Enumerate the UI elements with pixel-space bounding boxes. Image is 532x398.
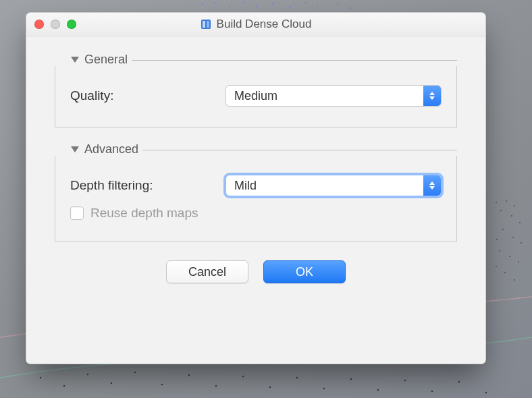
- svg-point-35: [242, 376, 244, 377]
- svg-point-6: [290, 7, 291, 8]
- app-icon: [201, 19, 211, 30]
- section-general-title: General: [84, 53, 128, 67]
- close-window-button[interactable]: [34, 20, 44, 29]
- svg-point-21: [499, 250, 500, 252]
- svg-rect-47: [207, 21, 209, 28]
- svg-point-42: [431, 391, 433, 392]
- svg-point-41: [404, 380, 406, 381]
- svg-point-7: [304, 2, 306, 3]
- svg-point-28: [63, 385, 65, 387]
- svg-point-18: [496, 239, 498, 240]
- svg-point-44: [485, 392, 487, 393]
- zoom-window-button[interactable]: [67, 20, 76, 29]
- quality-value: Medium: [234, 89, 423, 103]
- svg-point-22: [509, 256, 510, 257]
- section-general-header[interactable]: General: [71, 53, 457, 67]
- disclosure-triangle-icon: [71, 146, 79, 152]
- svg-point-10: [350, 7, 352, 9]
- minimize-window-button: [51, 20, 60, 29]
- depth-filtering-label: Depth filtering:: [70, 178, 225, 193]
- reuse-depth-maps-checkbox[interactable]: [70, 206, 84, 220]
- window-controls: [34, 20, 76, 29]
- svg-point-30: [111, 382, 112, 384]
- svg-point-4: [256, 5, 257, 7]
- window-title: Build Dense Cloud: [217, 18, 312, 31]
- dialog-footer: Cancel OK: [55, 260, 457, 283]
- chevron-up-down-icon: [423, 175, 441, 196]
- svg-point-34: [215, 385, 217, 387]
- svg-point-14: [511, 215, 512, 217]
- cancel-button[interactable]: Cancel: [166, 260, 248, 283]
- svg-point-39: [350, 378, 352, 380]
- depth-filtering-select[interactable]: Mild: [225, 175, 442, 196]
- svg-point-15: [514, 205, 515, 206]
- svg-point-17: [502, 229, 504, 230]
- svg-rect-46: [203, 21, 205, 28]
- section-general: General Quality: Medium: [55, 53, 457, 127]
- svg-point-1: [214, 2, 215, 3]
- svg-point-29: [87, 374, 88, 375]
- svg-point-40: [377, 389, 379, 391]
- section-advanced-title: Advanced: [84, 142, 138, 157]
- svg-point-11: [496, 202, 497, 203]
- svg-point-19: [512, 237, 514, 238]
- svg-point-25: [504, 272, 506, 273]
- svg-point-38: [323, 388, 325, 389]
- section-advanced: Advanced Depth filtering: Mild Reuse dep…: [55, 142, 457, 241]
- svg-point-37: [296, 377, 298, 378]
- reuse-depth-maps-label: Reuse depth maps: [90, 206, 442, 221]
- section-advanced-header[interactable]: Advanced: [71, 142, 457, 157]
- svg-point-36: [269, 387, 271, 388]
- svg-point-26: [514, 279, 515, 281]
- svg-point-24: [496, 266, 497, 267]
- svg-point-32: [161, 384, 163, 385]
- svg-point-0: [202, 3, 203, 5]
- chevron-up-down-icon: [423, 86, 441, 106]
- svg-point-20: [521, 242, 522, 244]
- svg-point-12: [500, 210, 502, 211]
- svg-point-2: [229, 6, 230, 7]
- svg-point-8: [317, 5, 318, 6]
- svg-point-16: [519, 222, 521, 223]
- svg-point-27: [40, 377, 41, 378]
- svg-point-13: [506, 200, 507, 202]
- quality-label: Quality:: [70, 88, 225, 103]
- ok-button[interactable]: OK: [263, 260, 346, 283]
- svg-point-33: [188, 374, 190, 376]
- disclosure-triangle-icon: [71, 57, 79, 63]
- svg-point-23: [518, 261, 519, 262]
- titlebar: Build Dense Cloud: [26, 13, 485, 36]
- svg-point-3: [244, 1, 245, 3]
- depth-filtering-value: Mild: [234, 179, 423, 193]
- svg-point-5: [272, 3, 273, 4]
- svg-point-43: [458, 381, 460, 382]
- quality-select[interactable]: Medium: [225, 85, 442, 107]
- svg-point-9: [337, 3, 338, 5]
- svg-point-31: [134, 372, 136, 373]
- build-dense-cloud-dialog: Build Dense Cloud General Quality: Mediu…: [26, 12, 486, 364]
